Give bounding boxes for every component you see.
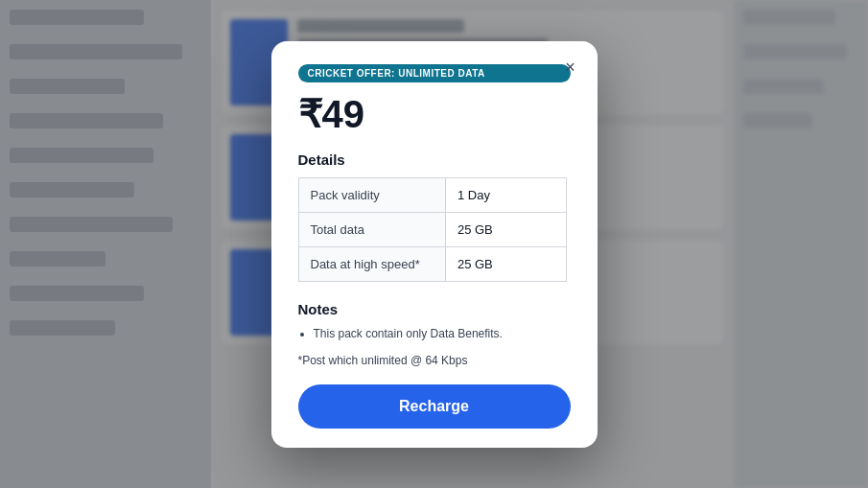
details-section-title: Details <box>298 151 567 168</box>
notes-section-title: Notes <box>298 301 567 317</box>
table-row-value: 25 GB <box>445 246 566 281</box>
table-row: Total data25 GB <box>298 212 566 246</box>
table-row: Pack validity1 Day <box>298 177 566 212</box>
modal-scrollable-body: Details Pack validity1 DayTotal data25 G… <box>298 151 571 369</box>
table-row-label: Data at high speed* <box>298 246 445 281</box>
table-row: Data at high speed*25 GB <box>298 246 566 281</box>
table-row-label: Pack validity <box>298 177 445 212</box>
plan-price: ₹49 <box>298 92 571 136</box>
table-row-value: 25 GB <box>445 212 566 246</box>
recharge-button[interactable]: Recharge <box>298 384 571 429</box>
table-row-label: Total data <box>298 212 445 246</box>
table-row-value: 1 Day <box>445 177 566 212</box>
notes-footnote: *Post which unlimited @ 64 Kbps <box>298 352 567 369</box>
notes-list: This pack contain only Data Benefits. <box>298 325 567 342</box>
notes-section: Notes This pack contain only Data Benefi… <box>298 301 567 369</box>
list-item: This pack contain only Data Benefits. <box>314 325 567 342</box>
details-table: Pack validity1 DayTotal data25 GBData at… <box>298 177 567 282</box>
close-button[interactable]: × <box>559 57 582 80</box>
modal-backdrop: × CRICKET OFFER: UNLIMITED DATA ₹49 Deta… <box>0 0 868 488</box>
offer-badge: CRICKET OFFER: UNLIMITED DATA <box>298 64 571 82</box>
plan-detail-modal: × CRICKET OFFER: UNLIMITED DATA ₹49 Deta… <box>271 41 598 448</box>
